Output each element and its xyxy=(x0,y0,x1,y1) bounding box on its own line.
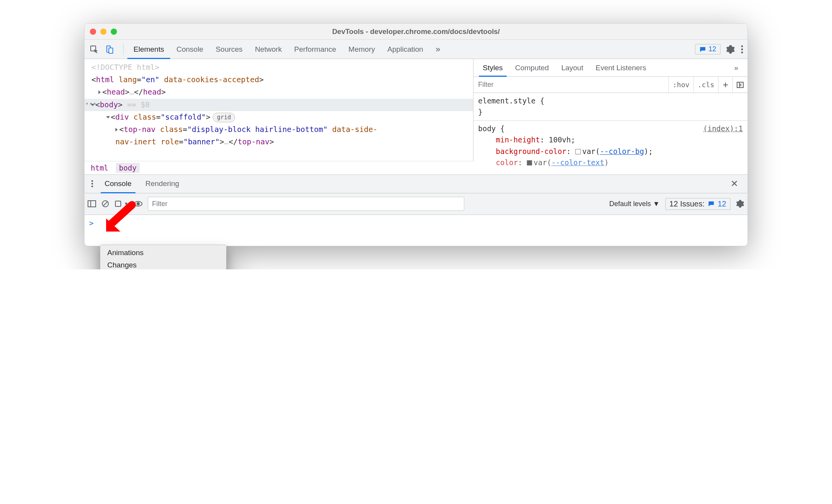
annotation-arrow-icon xyxy=(103,199,138,234)
window-title: DevTools - developer.chrome.com/docs/dev… xyxy=(332,27,500,36)
console-settings-icon[interactable] xyxy=(736,200,744,208)
toggle-sidebar-icon[interactable] xyxy=(732,77,747,93)
crumb-body[interactable]: body xyxy=(116,163,140,173)
issues-count: 12 xyxy=(718,200,726,208)
color-swatch-icon[interactable] xyxy=(527,160,532,166)
dom-topnav[interactable]: <top-nav class="display-block hairline-b… xyxy=(91,123,473,136)
svg-rect-2 xyxy=(109,48,113,53)
new-rule-icon[interactable] xyxy=(718,77,732,93)
styles-filter-bar: :hov .cls xyxy=(473,77,747,93)
tab-styles[interactable]: Styles xyxy=(477,59,509,76)
prop-color-cut[interactable]: color: var(--color-text) xyxy=(478,157,743,168)
svg-point-8 xyxy=(91,183,93,184)
tab-network[interactable]: Network xyxy=(249,40,288,59)
body-rule-header: body {(index):1 xyxy=(478,123,743,134)
tab-sources[interactable]: Sources xyxy=(210,40,249,59)
dom-cutoff xyxy=(91,149,473,161)
svg-point-4 xyxy=(741,48,743,50)
traffic-lights xyxy=(90,29,117,35)
messages-count: 12 xyxy=(709,45,716,53)
hov-toggle[interactable]: :hov xyxy=(668,77,693,93)
console-filter-input[interactable] xyxy=(148,197,464,210)
prop-min-height[interactable]: min-height: 100vh; xyxy=(478,134,743,145)
drawer-tabs: Console Rendering ✕ xyxy=(85,175,747,193)
dom-scaffold[interactable]: <div class="scaffold">grid xyxy=(91,111,473,123)
drawer-tab-rendering[interactable]: Rendering xyxy=(139,175,186,193)
console-toolbar: ▼ Default levels ▼ 12 Issues: 12 xyxy=(85,193,747,215)
tab-application[interactable]: Application xyxy=(381,40,430,59)
tab-performance[interactable]: Performance xyxy=(288,40,342,59)
styles-filter-input[interactable] xyxy=(473,77,668,93)
svg-point-3 xyxy=(741,45,743,47)
tab-elements[interactable]: Elements xyxy=(127,40,170,59)
styles-tabs-overflow-icon[interactable]: » xyxy=(728,59,744,76)
source-link[interactable]: (index):1 xyxy=(703,123,743,134)
dom-body-selected[interactable]: •••<body> == $0 xyxy=(85,99,473,111)
svg-point-9 xyxy=(91,186,93,187)
rule-separator xyxy=(473,120,747,121)
zoom-window-button[interactable] xyxy=(111,29,117,35)
styles-content[interactable]: element.style { } body {(index):1 min-he… xyxy=(473,93,747,169)
brace-close: } xyxy=(478,107,743,118)
messages-badge[interactable]: 12 xyxy=(695,44,720,54)
panels-split: <!DOCTYPE html> <html lang="en" data-coo… xyxy=(85,59,747,174)
color-swatch-icon[interactable] xyxy=(575,149,581,154)
styles-tabs: Styles Computed Layout Event Listeners » xyxy=(473,59,747,77)
dom-doctype: <!DOCTYPE html> xyxy=(91,61,473,74)
main-tabs: Elements Console Sources Network Perform… xyxy=(127,40,446,59)
drawer-more-icon[interactable] xyxy=(87,175,98,193)
element-style-open: element.style { xyxy=(478,95,743,107)
menu-item-changes[interactable]: Changes xyxy=(100,259,226,269)
drawer-panels-menu: Animations Changes Console Coverage Deve… xyxy=(100,245,227,269)
log-levels-dropdown[interactable]: Default levels ▼ xyxy=(609,200,660,208)
device-toolbar-icon[interactable] xyxy=(104,44,115,55)
styles-pane: Styles Computed Layout Event Listeners »… xyxy=(473,59,747,174)
prop-bg-color[interactable]: background-color: var(--color-bg); xyxy=(478,146,743,157)
menu-item-animations[interactable]: Animations xyxy=(100,247,226,259)
issues-badge[interactable]: 12 Issues: 12 xyxy=(665,198,731,210)
svg-rect-10 xyxy=(88,201,96,207)
dom-topnav-l2: nav-inert role="banner">…</top-nav> xyxy=(91,136,473,148)
toolbar-right: 12 xyxy=(695,44,744,54)
dom-tree[interactable]: <!DOCTYPE html> <html lang="en" data-coo… xyxy=(85,59,473,161)
inspect-element-icon[interactable] xyxy=(88,44,100,55)
console-filter xyxy=(148,197,464,211)
drawer-close-icon[interactable]: ✕ xyxy=(724,175,745,193)
close-window-button[interactable] xyxy=(90,29,96,35)
collapse-icon[interactable] xyxy=(91,104,95,106)
collapse-icon[interactable] xyxy=(106,116,110,118)
separator xyxy=(123,44,123,55)
tab-memory[interactable]: Memory xyxy=(342,40,381,59)
expand-icon[interactable] xyxy=(115,128,118,132)
cls-toggle[interactable]: .cls xyxy=(693,77,718,93)
devtools-window: DevTools - developer.chrome.com/docs/dev… xyxy=(84,23,748,246)
tab-console[interactable]: Console xyxy=(170,40,210,59)
dom-head[interactable]: <head>…</head> xyxy=(91,86,473,98)
issues-label: 12 Issues: xyxy=(670,200,705,208)
console-sidebar-icon[interactable] xyxy=(88,200,96,207)
minimize-window-button[interactable] xyxy=(100,29,107,35)
expand-icon[interactable] xyxy=(98,90,101,94)
tabs-overflow-icon[interactable]: » xyxy=(430,40,446,59)
breadcrumb[interactable]: html body xyxy=(85,161,473,174)
more-icon[interactable] xyxy=(741,45,744,54)
drawer-tab-console[interactable]: Console xyxy=(98,175,139,193)
drawer: Console Rendering ✕ ▼ Default levels ▼ 1… xyxy=(85,174,747,246)
tab-computed[interactable]: Computed xyxy=(509,59,555,76)
window-titlebar: DevTools - developer.chrome.com/docs/dev… xyxy=(85,24,747,40)
svg-point-7 xyxy=(91,180,93,182)
svg-point-5 xyxy=(741,51,743,53)
crumb-html[interactable]: html xyxy=(88,163,112,173)
console-prompt[interactable]: > xyxy=(85,215,747,246)
grid-badge[interactable]: grid xyxy=(213,113,235,122)
settings-icon[interactable] xyxy=(726,45,735,54)
tab-layout[interactable]: Layout xyxy=(555,59,589,76)
tab-event-listeners[interactable]: Event Listeners xyxy=(589,59,652,76)
dom-html-open: <html lang="en" data-cookies-accepted> xyxy=(91,74,473,86)
prompt-caret: > xyxy=(89,219,93,227)
main-toolbar: Elements Console Sources Network Perform… xyxy=(85,40,747,59)
